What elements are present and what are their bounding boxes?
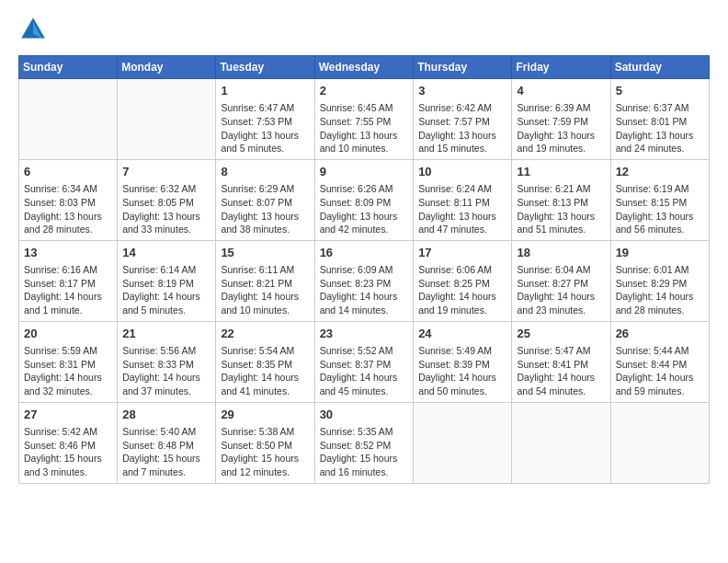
day-info: Sunrise: 6:09 AM Sunset: 8:23 PM Dayligh… (320, 263, 409, 317)
day-info: Sunrise: 6:24 AM Sunset: 8:11 PM Dayligh… (418, 182, 506, 236)
weekday-header: Saturday (610, 56, 709, 79)
weekday-header: Wednesday (314, 56, 414, 79)
calendar-week-row: 1Sunrise: 6:47 AM Sunset: 7:53 PM Daylig… (19, 79, 710, 160)
day-info: Sunrise: 6:04 AM Sunset: 8:27 PM Dayligh… (517, 263, 605, 317)
day-number: 13 (24, 245, 112, 261)
calendar-cell: 7Sunrise: 6:32 AM Sunset: 8:05 PM Daylig… (118, 159, 216, 240)
day-info: Sunrise: 5:42 AM Sunset: 8:46 PM Dayligh… (24, 425, 112, 479)
calendar-cell (610, 402, 709, 483)
calendar-cell: 17Sunrise: 6:06 AM Sunset: 8:25 PM Dayli… (414, 240, 512, 321)
day-number: 24 (418, 326, 506, 342)
day-number: 10 (418, 164, 506, 180)
day-number: 23 (320, 326, 409, 342)
day-info: Sunrise: 6:11 AM Sunset: 8:21 PM Dayligh… (221, 263, 309, 317)
day-info: Sunrise: 6:34 AM Sunset: 8:03 PM Dayligh… (24, 182, 112, 236)
day-info: Sunrise: 6:26 AM Sunset: 8:09 PM Dayligh… (320, 182, 409, 236)
day-number: 22 (221, 326, 309, 342)
day-info: Sunrise: 5:47 AM Sunset: 8:41 PM Dayligh… (517, 344, 605, 398)
calendar-cell: 9Sunrise: 6:26 AM Sunset: 8:09 PM Daylig… (314, 159, 414, 240)
calendar-cell: 1Sunrise: 6:47 AM Sunset: 7:53 PM Daylig… (216, 79, 314, 160)
calendar-cell: 29Sunrise: 5:38 AM Sunset: 8:50 PM Dayli… (216, 402, 314, 483)
day-number: 14 (122, 245, 210, 261)
day-number: 12 (616, 164, 704, 180)
day-info: Sunrise: 5:38 AM Sunset: 8:50 PM Dayligh… (221, 425, 309, 479)
calendar-cell: 3Sunrise: 6:42 AM Sunset: 7:57 PM Daylig… (414, 79, 512, 160)
day-number: 4 (517, 83, 605, 99)
calendar-cell: 15Sunrise: 6:11 AM Sunset: 8:21 PM Dayli… (216, 240, 314, 321)
day-info: Sunrise: 6:06 AM Sunset: 8:25 PM Dayligh… (418, 263, 506, 317)
day-info: Sunrise: 6:01 AM Sunset: 8:29 PM Dayligh… (616, 263, 704, 317)
calendar-cell: 18Sunrise: 6:04 AM Sunset: 8:27 PM Dayli… (512, 240, 610, 321)
day-number: 29 (221, 407, 309, 423)
calendar-cell: 10Sunrise: 6:24 AM Sunset: 8:11 PM Dayli… (414, 159, 512, 240)
calendar-cell: 22Sunrise: 5:54 AM Sunset: 8:35 PM Dayli… (216, 321, 314, 402)
calendar-cell: 20Sunrise: 5:59 AM Sunset: 8:31 PM Dayli… (19, 321, 118, 402)
day-number: 6 (24, 164, 112, 180)
day-number: 7 (122, 164, 210, 180)
calendar-cell: 5Sunrise: 6:37 AM Sunset: 8:01 PM Daylig… (610, 79, 709, 160)
calendar-cell: 25Sunrise: 5:47 AM Sunset: 8:41 PM Dayli… (512, 321, 610, 402)
day-number: 8 (221, 164, 309, 180)
day-number: 15 (221, 245, 309, 261)
day-info: Sunrise: 5:40 AM Sunset: 8:48 PM Dayligh… (122, 425, 210, 479)
calendar-week-row: 6Sunrise: 6:34 AM Sunset: 8:03 PM Daylig… (19, 159, 710, 240)
logo-icon (18, 15, 48, 44)
calendar-cell (414, 402, 512, 483)
day-info: Sunrise: 6:14 AM Sunset: 8:19 PM Dayligh… (122, 263, 210, 317)
day-info: Sunrise: 6:42 AM Sunset: 7:57 PM Dayligh… (418, 101, 506, 155)
calendar-cell: 14Sunrise: 6:14 AM Sunset: 8:19 PM Dayli… (118, 240, 216, 321)
calendar-cell: 26Sunrise: 5:44 AM Sunset: 8:44 PM Dayli… (610, 321, 709, 402)
calendar-cell: 16Sunrise: 6:09 AM Sunset: 8:23 PM Dayli… (314, 240, 414, 321)
weekday-header: Thursday (414, 56, 512, 79)
weekday-header: Friday (512, 56, 610, 79)
day-info: Sunrise: 5:44 AM Sunset: 8:44 PM Dayligh… (616, 344, 704, 398)
day-info: Sunrise: 5:49 AM Sunset: 8:39 PM Dayligh… (418, 344, 506, 398)
day-info: Sunrise: 6:47 AM Sunset: 7:53 PM Dayligh… (221, 101, 309, 155)
day-info: Sunrise: 6:29 AM Sunset: 8:07 PM Dayligh… (221, 182, 309, 236)
day-number: 26 (616, 326, 704, 342)
day-number: 5 (616, 83, 704, 99)
day-info: Sunrise: 6:39 AM Sunset: 7:59 PM Dayligh… (517, 101, 605, 155)
day-number: 18 (517, 245, 605, 261)
calendar-cell: 11Sunrise: 6:21 AM Sunset: 8:13 PM Dayli… (512, 159, 610, 240)
day-number: 19 (616, 245, 704, 261)
calendar-cell (19, 79, 118, 160)
calendar-table: SundayMondayTuesdayWednesdayThursdayFrid… (18, 55, 710, 484)
calendar-cell (512, 402, 610, 483)
calendar-cell: 2Sunrise: 6:45 AM Sunset: 7:55 PM Daylig… (314, 79, 414, 160)
calendar-cell: 24Sunrise: 5:49 AM Sunset: 8:39 PM Dayli… (414, 321, 512, 402)
day-info: Sunrise: 5:35 AM Sunset: 8:52 PM Dayligh… (320, 425, 409, 479)
weekday-header: Monday (118, 56, 216, 79)
day-info: Sunrise: 6:19 AM Sunset: 8:15 PM Dayligh… (616, 182, 704, 236)
day-number: 1 (221, 83, 309, 99)
calendar-header-row: SundayMondayTuesdayWednesdayThursdayFrid… (19, 56, 710, 79)
day-info: Sunrise: 5:59 AM Sunset: 8:31 PM Dayligh… (24, 344, 112, 398)
day-number: 17 (418, 245, 506, 261)
calendar-week-row: 27Sunrise: 5:42 AM Sunset: 8:46 PM Dayli… (19, 402, 710, 483)
day-number: 9 (320, 164, 409, 180)
day-number: 30 (320, 407, 409, 423)
calendar-week-row: 13Sunrise: 6:16 AM Sunset: 8:17 PM Dayli… (19, 240, 710, 321)
day-number: 28 (122, 407, 210, 423)
day-info: Sunrise: 5:54 AM Sunset: 8:35 PM Dayligh… (221, 344, 309, 398)
calendar-cell: 23Sunrise: 5:52 AM Sunset: 8:37 PM Dayli… (314, 321, 414, 402)
day-number: 11 (517, 164, 605, 180)
day-number: 20 (24, 326, 112, 342)
day-info: Sunrise: 6:16 AM Sunset: 8:17 PM Dayligh… (24, 263, 112, 317)
calendar-cell: 28Sunrise: 5:40 AM Sunset: 8:48 PM Dayli… (118, 402, 216, 483)
day-number: 21 (122, 326, 210, 342)
day-number: 16 (320, 245, 409, 261)
logo (18, 15, 51, 44)
day-number: 27 (24, 407, 112, 423)
page-header (18, 15, 710, 44)
calendar-cell: 13Sunrise: 6:16 AM Sunset: 8:17 PM Dayli… (19, 240, 118, 321)
calendar-cell: 27Sunrise: 5:42 AM Sunset: 8:46 PM Dayli… (19, 402, 118, 483)
calendar-cell: 19Sunrise: 6:01 AM Sunset: 8:29 PM Dayli… (610, 240, 709, 321)
weekday-header: Tuesday (216, 56, 314, 79)
day-info: Sunrise: 6:32 AM Sunset: 8:05 PM Dayligh… (122, 182, 210, 236)
calendar-cell: 21Sunrise: 5:56 AM Sunset: 8:33 PM Dayli… (118, 321, 216, 402)
day-info: Sunrise: 6:37 AM Sunset: 8:01 PM Dayligh… (616, 101, 704, 155)
calendar-cell: 8Sunrise: 6:29 AM Sunset: 8:07 PM Daylig… (216, 159, 314, 240)
day-info: Sunrise: 6:21 AM Sunset: 8:13 PM Dayligh… (517, 182, 605, 236)
calendar-cell: 4Sunrise: 6:39 AM Sunset: 7:59 PM Daylig… (512, 79, 610, 160)
